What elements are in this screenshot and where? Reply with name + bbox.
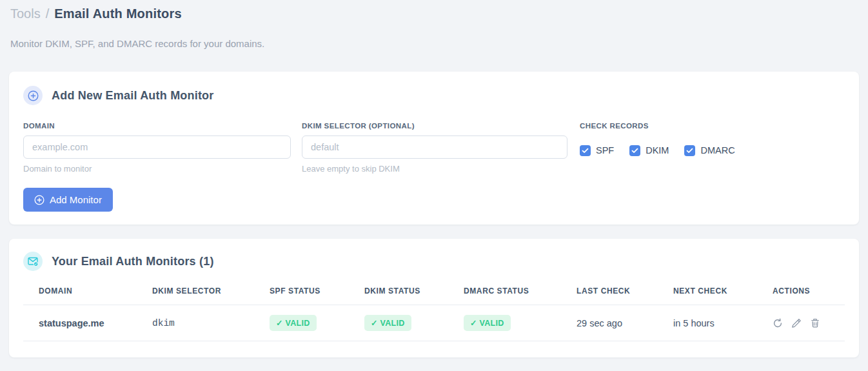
column-header-dkim-selector: DKIM SELECTOR [137,286,254,305]
monitor-domain: statuspage.me [23,305,137,341]
edit-icon [791,318,802,328]
monitor-dmarc-status-cell: ✓ VALID [448,305,561,341]
page-subtitle: Monitor DKIM, SPF, and DMARC records for… [10,38,858,49]
dmarc-checkbox-item[interactable]: DMARC [684,145,735,156]
domain-field-hint: Domain to monitor [23,164,291,174]
domain-field-label: DOMAIN [23,122,291,130]
add-monitor-card-header: Add New Email Auth Monitor [23,86,845,105]
dkim-selector-input[interactable] [302,135,567,159]
column-header-dkim-status: DKIM STATUS [349,286,448,305]
spf-checkbox-label: SPF [596,145,614,155]
add-monitor-card: Add New Email Auth Monitor DOMAIN Domain… [9,72,859,225]
column-header-dmarc-status: DMARC STATUS [448,286,561,305]
monitor-next-check: in 5 hours [658,305,757,341]
dkim-checkbox-label: DKIM [646,145,669,155]
page-header: Tools / Email Auth Monitors Monitor DKIM… [0,0,868,49]
breadcrumb-tools-link[interactable]: Tools [10,6,41,21]
spf-checkbox[interactable] [580,145,591,156]
column-header-spf-status: SPF STATUS [254,286,349,305]
monitor-actions-cell [757,305,845,341]
monitors-card-header: Your Email Auth Monitors (1) [23,252,845,271]
domain-field-group: DOMAIN Domain to monitor [23,122,291,174]
column-header-last-check: LAST CHECK [561,286,658,305]
monitor-dkim-selector: dkim [137,305,254,341]
page-title: Email Auth Monitors [54,6,182,21]
spf-checkbox-item[interactable]: SPF [580,145,614,156]
refresh-icon [773,318,783,328]
monitors-card-title: Your Email Auth Monitors (1) [52,255,214,268]
dkim-selector-field-label: DKIM SELECTOR (OPTIONAL) [302,122,567,130]
dkim-selector-field-group: DKIM SELECTOR (OPTIONAL) Leave empty to … [302,122,567,174]
monitor-dkim-status-cell: ✓ VALID [349,305,448,341]
add-monitor-form: DOMAIN Domain to monitor DKIM SELECTOR (… [23,122,845,174]
dkim-status-badge: ✓ VALID [364,315,411,331]
monitor-spf-status-cell: ✓ VALID [254,305,349,341]
monitor-last-check: 29 sec ago [561,305,658,341]
breadcrumb-separator: / [46,6,50,21]
check-records-label: CHECK RECORDS [580,122,735,130]
circle-plus-icon [23,86,43,105]
table-row: statuspage.me dkim ✓ VALID ✓ VALID ✓ VAL… [23,305,845,341]
dkim-checkbox[interactable] [629,145,640,156]
add-monitor-card-title: Add New Email Auth Monitor [52,89,214,103]
delete-icon [810,318,820,328]
dkim-checkbox-item[interactable]: DKIM [629,145,669,156]
dmarc-checkbox-label: DMARC [700,145,735,155]
check-records-row: SPF DKIM DMARC [580,139,735,162]
domain-input[interactable] [23,135,291,159]
spf-status-badge: ✓ VALID [270,315,317,331]
monitors-table: DOMAIN DKIM SELECTOR SPF STATUS DKIM STA… [23,286,845,341]
breadcrumb: Tools / Email Auth Monitors [10,6,858,21]
dmarc-status-badge: ✓ VALID [464,315,511,331]
dmarc-checkbox[interactable] [684,145,695,156]
add-monitor-button-label: Add Monitor [50,194,102,205]
envelope-check-icon [23,252,43,271]
edit-button[interactable] [791,318,802,328]
check-records-group: CHECK RECORDS SPF DKIM [580,122,735,162]
column-header-next-check: NEXT CHECK [658,286,757,305]
circle-plus-icon [34,195,44,205]
column-header-domain: DOMAIN [23,286,137,305]
table-header-row: DOMAIN DKIM SELECTOR SPF STATUS DKIM STA… [23,286,845,305]
add-monitor-button[interactable]: Add Monitor [23,188,113,212]
delete-button[interactable] [810,318,820,328]
column-header-actions: ACTIONS [757,286,845,305]
refresh-button[interactable] [773,318,783,328]
monitors-card: Your Email Auth Monitors (1) DOMAIN DKIM… [9,239,859,357]
dkim-selector-field-hint: Leave empty to skip DKIM [302,164,567,174]
